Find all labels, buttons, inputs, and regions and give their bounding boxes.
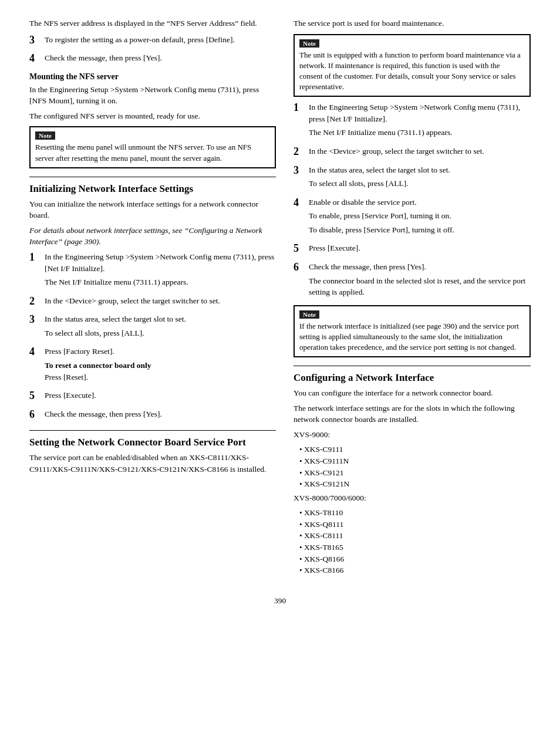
top-paragraph-left: The NFS server address is displayed in t…	[29, 18, 276, 29]
step-4-check: 4 Check the message, then press [Yes].	[29, 52, 276, 66]
divider-2	[29, 430, 276, 431]
init-italic: For details about network interface sett…	[29, 225, 276, 248]
list-item: XKS-C8111	[299, 530, 531, 542]
svc-step-3-content: In the status area, select the target sl…	[309, 164, 531, 192]
init-step-1-content: In the Engineering Setup >System >Networ…	[45, 251, 276, 290]
init-step-5: 5 Press [Execute].	[29, 390, 276, 404]
confnet-xvs9000-label: XVS-9000:	[294, 429, 531, 441]
init-step-num-4: 4	[29, 346, 40, 359]
init-title: Initializing Network Interface Settings	[29, 183, 276, 195]
right-column: The service port is used for board maint…	[294, 18, 531, 579]
mounting-p2: The configured NFS server is mounted, re…	[29, 110, 276, 122]
confnet-xvs8000-list: XKS-T8110 XKS-Q8111 XKS-C8111 XKS-T8165 …	[299, 507, 531, 576]
init-step-2-content: In the <Device> group, select the target…	[45, 295, 276, 309]
step-num-3: 3	[29, 34, 40, 47]
svc-step-num-4: 4	[294, 197, 304, 209]
step-num-4: 4	[29, 52, 40, 65]
init-step-6-content: Check the message, then press [Yes].	[45, 408, 276, 423]
list-item: XKS-Q8166	[299, 553, 531, 565]
note-label-3: Note	[299, 310, 319, 319]
mounting-title: Mounting the NFS server	[29, 72, 276, 82]
init-step-4-bold: To reset a connector board only	[45, 361, 151, 370]
note-text-1: Resetting the menu panel will unmount th…	[35, 142, 270, 163]
svc-step-5: 5 Press [Execute].	[294, 242, 531, 256]
note-box-3: Note If the network interface is initial…	[294, 305, 531, 358]
list-item: XKS-C9121N	[299, 478, 531, 490]
init-step-num-1: 1	[29, 251, 40, 264]
note-box-1: Note Resetting the menu panel will unmou…	[29, 126, 276, 168]
svc-step-num-1: 1	[294, 102, 304, 114]
note-label-1: Note	[35, 131, 55, 140]
init-step-4-sub: Press [Reset].	[45, 373, 88, 381]
init-step-2: 2 In the <Device> group, select the targ…	[29, 295, 276, 309]
init-step-num-2: 2	[29, 295, 40, 308]
top-steps: 3 To register the setting as a power-on …	[29, 34, 276, 66]
svc-step-num-3: 3	[294, 164, 304, 177]
list-item: XKS-C8166	[299, 565, 531, 576]
note-box-2: Note The unit is equipped with a functio…	[294, 34, 531, 97]
note-text-2: The unit is equipped with a function to …	[299, 50, 525, 93]
list-item: XKS-C9111N	[299, 455, 531, 467]
note-text-3: If the network interface is initialized …	[299, 321, 525, 353]
page-number: 390	[29, 596, 531, 606]
init-step-3: 3 In the status area, select the target …	[29, 313, 276, 341]
confnet-p1: You can configure the interface for a ne…	[294, 387, 531, 399]
init-step-num-3: 3	[29, 313, 40, 326]
svc-steps: 1 In the Engineering Setup >System >Netw…	[294, 102, 531, 300]
init-steps: 1 In the Engineering Setup >System >Netw…	[29, 251, 276, 422]
top-paragraph-right: The service port is used for board maint…	[294, 18, 531, 29]
init-step-6: 6 Check the message, then press [Yes].	[29, 408, 276, 423]
init-step-4-content: Press [Factory Reset]. To reset a connec…	[45, 346, 276, 385]
confnet-xvs9000-list: XKS-C9111 XKS-C9111N XKS-C9121 XKS-C9121…	[299, 444, 531, 489]
init-step-3-content: In the status area, select the target sl…	[45, 313, 276, 341]
svc-step-num-6: 6	[294, 261, 304, 274]
left-column: The NFS server address is displayed in t…	[29, 18, 276, 579]
svc-step-4-sub1: To enable, press [Service Port], turning…	[309, 210, 531, 222]
init-step-num-6: 6	[29, 408, 40, 421]
list-item: XKS-T8110	[299, 507, 531, 519]
svc-step-4-sub2: To disable, press [Service Port], turnin…	[309, 224, 531, 236]
init-step-1: 1 In the Engineering Setup >System >Netw…	[29, 251, 276, 290]
init-step-4: 4 Press [Factory Reset]. To reset a conn…	[29, 346, 276, 385]
svc-step-2-content: In the <Device> group, select the target…	[309, 146, 531, 160]
step-3-content: To register the setting as a power-on de…	[45, 34, 276, 48]
note-label-2: Note	[299, 39, 319, 48]
divider-1	[29, 177, 276, 177]
list-item: XKS-C9111	[299, 444, 531, 455]
svcport-p1: The service port can be enabled/disabled…	[29, 452, 276, 475]
confnet-title: Configuring a Network Interface	[294, 372, 531, 384]
svc-step-3: 3 In the status area, select the target …	[294, 164, 531, 192]
confnet-p2: The network interface settings are for t…	[294, 403, 531, 425]
svc-step-4-content: Enable or disable the service port. To e…	[309, 197, 531, 238]
svc-step-2: 2 In the <Device> group, select the targ…	[294, 146, 531, 160]
confnet-xvs8000-label: XVS-8000/7000/6000:	[294, 492, 531, 504]
svcport-title: Setting the Network Connector Board Serv…	[29, 437, 276, 448]
init-step-num-5: 5	[29, 390, 40, 403]
mounting-p1: In the Engineering Setup >System >Networ…	[29, 84, 276, 107]
svc-step-6: 6 Check the message, then press [Yes]. T…	[294, 261, 531, 300]
svc-step-5-content: Press [Execute].	[309, 242, 531, 256]
list-item: XKS-T8165	[299, 542, 531, 553]
svc-step-6-content: Check the message, then press [Yes]. The…	[309, 261, 531, 300]
svc-step-num-5: 5	[294, 242, 304, 255]
step-4-content: Check the message, then press [Yes].	[45, 52, 276, 66]
list-item: XKS-Q8111	[299, 519, 531, 530]
list-item: XKS-C9121	[299, 467, 531, 479]
divider-3	[294, 366, 531, 366]
init-step-5-content: Press [Execute].	[45, 390, 276, 404]
page: The NFS server address is displayed in t…	[0, 0, 560, 730]
svc-step-4: 4 Enable or disable the service port. To…	[294, 197, 531, 238]
init-p1: You can initialize the network interface…	[29, 198, 276, 221]
svc-step-num-2: 2	[294, 146, 304, 158]
svc-step-1-content: In the Engineering Setup >System >Networ…	[309, 102, 531, 141]
svc-step-1: 1 In the Engineering Setup >System >Netw…	[294, 102, 531, 141]
step-3-register: 3 To register the setting as a power-on …	[29, 34, 276, 48]
